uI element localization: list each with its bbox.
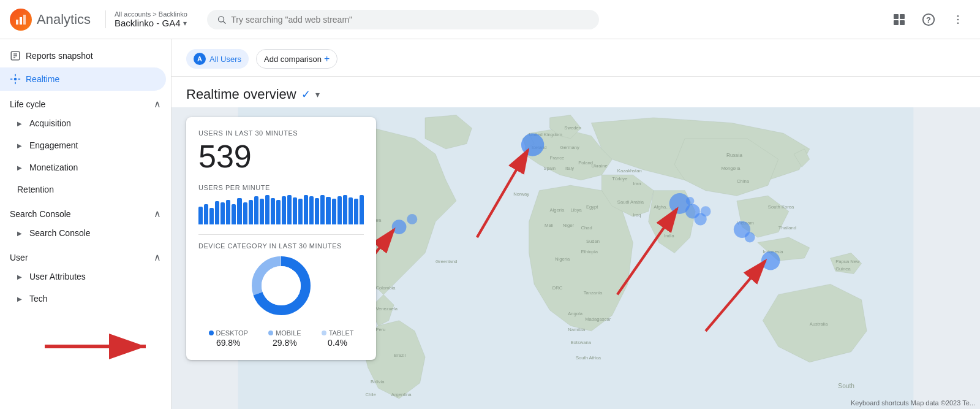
svg-text:India: India: [664, 233, 674, 239]
svg-text:Australia: Australia: [810, 321, 828, 327]
svg-text:Argentina: Argentina: [391, 392, 412, 397]
svg-point-8: [957, 18, 959, 20]
sidebar-item-reports-snapshot[interactable]: Reports snapshot: [0, 44, 171, 67]
svg-text:Namibia: Namibia: [568, 327, 586, 332]
bar: [332, 199, 336, 224]
svg-text:Ethiopia: Ethiopia: [581, 249, 598, 254]
svg-text:Spain: Spain: [543, 166, 556, 171]
svg-text:Brazil: Brazil: [394, 353, 405, 358]
data-card: USERS IN LAST 30 MINUTES 539 USERS PER M…: [186, 117, 376, 360]
bar: [360, 195, 364, 224]
analytics-logo-icon: [10, 9, 32, 31]
desktop-legend: DESKTOP 69.8%: [209, 329, 248, 348]
title-dropdown-icon: ▾: [315, 90, 320, 99]
app-logo-text: Analytics: [37, 12, 91, 28]
search-console-section-header[interactable]: Search Console ∧: [0, 201, 171, 222]
account-selector[interactable]: Backlinko - GA4 ▾: [115, 18, 187, 28]
bar: [226, 200, 230, 224]
tablet-legend: TABLET 0.4%: [322, 329, 354, 348]
lifecycle-section-header[interactable]: Life cycle ∧: [0, 91, 171, 112]
search-bar[interactable]: [207, 10, 599, 29]
user-avatar-icon: A: [194, 53, 206, 65]
mobile-dot: [268, 331, 273, 335]
add-comparison-button[interactable]: Add comparison +: [256, 49, 337, 69]
bar: [337, 196, 342, 224]
realtime-title-row: Realtime overview ✓ ▾ View user snapshot: [172, 77, 980, 107]
search-console-section-label: Search Console: [10, 209, 71, 219]
svg-point-14: [14, 78, 17, 81]
sidebar-item-monetization[interactable]: ▶ Monetization: [0, 156, 171, 178]
svg-text:Thailand: Thailand: [778, 225, 796, 231]
svg-text:Chad: Chad: [581, 225, 592, 231]
search-console-chevron-icon: ∧: [154, 208, 161, 220]
svg-text:Botswana: Botswana: [571, 340, 592, 345]
tablet-pct: 0.4%: [328, 338, 347, 348]
header-actions: ?: [887, 7, 970, 32]
svg-text:Poland: Poland: [578, 160, 593, 166]
add-comparison-label: Add comparison: [264, 55, 322, 64]
svg-text:Colombia: Colombia: [375, 285, 396, 291]
all-users-pill[interactable]: A All Users: [186, 49, 249, 69]
sidebar-item-retention[interactable]: Retention: [0, 178, 171, 201]
svg-text:Mali: Mali: [545, 223, 553, 228]
user-section-header[interactable]: User ∧: [0, 244, 171, 266]
sidebar-item-search-console[interactable]: ▶ Search Console: [0, 222, 171, 244]
expand-icon: ▶: [17, 230, 22, 237]
svg-text:Peru: Peru: [375, 327, 385, 332]
bar: [260, 199, 264, 224]
bar: [349, 197, 353, 224]
bar-chart: [198, 194, 364, 224]
retention-label: Retention: [17, 185, 54, 194]
svg-text:DRC: DRC: [552, 285, 563, 291]
svg-point-87: [745, 232, 755, 243]
bar: [343, 195, 347, 224]
sidebar-item-engagement[interactable]: ▶ Engagement: [0, 134, 171, 156]
svg-point-98: [262, 266, 301, 305]
expand-icon: ▶: [17, 120, 22, 127]
svg-text:Iran: Iran: [633, 181, 641, 186]
svg-text:Libya: Libya: [571, 207, 582, 213]
account-area: All accounts > Backlinko Backlinko - GA4…: [105, 10, 187, 28]
bar: [237, 198, 241, 224]
svg-text:Ukraine: Ukraine: [591, 163, 607, 169]
expand-icon: ▶: [17, 296, 22, 302]
tech-label: Tech: [29, 294, 48, 304]
logo-area: Analytics: [10, 9, 96, 31]
bar: [265, 195, 270, 224]
svg-text:South Africa: South Africa: [576, 355, 601, 361]
bar: [326, 197, 330, 224]
bar: [293, 197, 297, 224]
svg-rect-1: [20, 17, 22, 25]
expand-icon: ▶: [17, 142, 22, 149]
donut-chart-svg: [247, 252, 315, 319]
bar: [209, 208, 214, 224]
check-icon: ✓: [301, 88, 311, 101]
sidebar-item-realtime[interactable]: Realtime: [0, 67, 166, 91]
expand-icon: ▶: [17, 164, 22, 171]
sidebar-item-tech[interactable]: ▶ Tech: [0, 288, 171, 310]
help-button[interactable]: ?: [916, 7, 941, 32]
tablet-dot: [322, 331, 326, 335]
svg-text:Nigeria: Nigeria: [555, 256, 570, 262]
more-button[interactable]: [946, 7, 970, 32]
grid-icon: [894, 14, 905, 25]
sidebar-item-user-attributes[interactable]: ▶ User Attributes: [0, 266, 171, 288]
svg-text:Tanzania: Tanzania: [584, 290, 603, 296]
sidebar-item-acquisition[interactable]: ▶ Acquisition: [0, 112, 171, 134]
bar: [354, 199, 358, 224]
bottom-arrow-indicator: [39, 331, 161, 362]
bar: [221, 202, 225, 224]
search-console-label: Search Console: [29, 228, 91, 238]
svg-text:Sweden: Sweden: [564, 125, 581, 131]
grid-apps-button[interactable]: [887, 7, 911, 32]
svg-text:Norway: Norway: [513, 191, 529, 197]
realtime-label: Realtime: [26, 74, 59, 84]
svg-point-84: [701, 206, 711, 216]
content-header: A All Users Add comparison +: [172, 39, 980, 77]
map-area: United States Canada Russia United Kingd…: [172, 107, 980, 409]
map-footer: Keyboard shortcuts Map data ©2023 Te...: [851, 399, 975, 407]
account-breadcrumb: All accounts > Backlinko: [115, 10, 187, 18]
search-input[interactable]: [231, 15, 589, 25]
card-divider: [198, 234, 364, 235]
svg-point-9: [957, 22, 959, 24]
